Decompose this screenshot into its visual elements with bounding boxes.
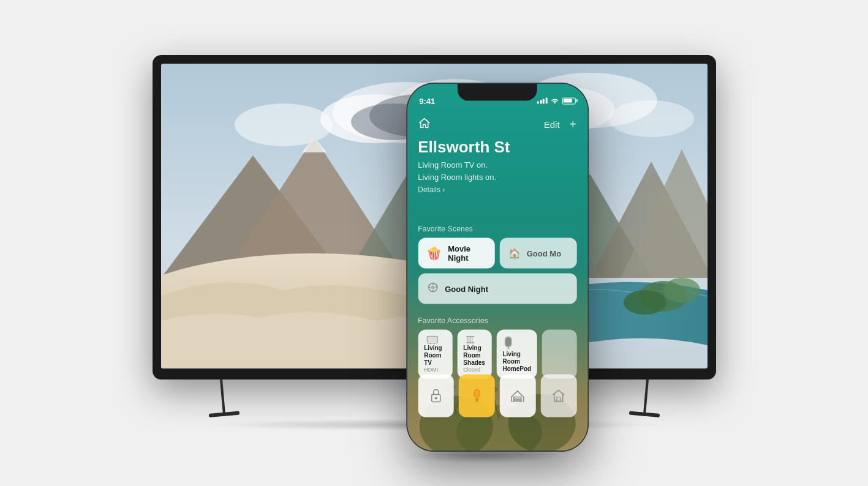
status-time: 9:41 — [419, 96, 435, 105]
svg-rect-56 — [475, 401, 478, 402]
movie-night-scene[interactable]: 🍿 Movie Night — [418, 238, 495, 269]
good-night-scene[interactable]: Good Night — [418, 274, 576, 304]
shades-status: Closed — [463, 367, 485, 373]
living-room-tv-tile[interactable]: Living Room TV HDMI — [418, 330, 452, 379]
tv-leg-left — [220, 379, 225, 416]
status-icons — [537, 96, 576, 105]
phone-container: 9:41 — [407, 84, 587, 463]
tv-status: HDMI — [424, 367, 446, 373]
phone-frame: 9:41 — [407, 84, 587, 451]
accessories-grid: Living Room TV HDMI — [418, 330, 576, 379]
shades-tile[interactable]: Living Room Shades Closed — [457, 330, 491, 379]
empty-tile — [542, 330, 576, 379]
svg-point-7 — [608, 100, 694, 137]
good-night-icon — [426, 281, 439, 296]
svg-rect-43 — [466, 336, 474, 337]
nav-bar[interactable]: Edit + — [407, 111, 587, 138]
svg-rect-50 — [505, 338, 510, 346]
bottom-grid — [418, 375, 576, 417]
home-subtitle-line2: Living Room lights on. — [418, 171, 576, 183]
home-subtitle-line1: Living Room TV on. — [418, 159, 576, 171]
tv-leg-right — [643, 379, 648, 416]
accessories-label: Favorite Accessories — [418, 316, 576, 325]
tv-name: Living Room TV — [424, 345, 446, 367]
svg-point-4 — [235, 103, 333, 146]
good-night-label: Good Night — [445, 284, 488, 293]
svg-point-38 — [431, 285, 434, 289]
shades-name: Living Room Shades — [463, 345, 485, 367]
lightbulb-icon — [470, 389, 483, 403]
homepod-tile[interactable]: Living Room HomePod — [496, 330, 537, 379]
nav-right: Edit + — [544, 117, 577, 131]
wifi-icon — [550, 96, 559, 105]
lock-icon — [430, 389, 442, 403]
homepod-name: Living Room HomePod — [502, 351, 531, 373]
svg-point-25 — [624, 290, 666, 315]
tv-accessory-icon — [424, 336, 440, 345]
home-title: Ellsworth St — [418, 138, 576, 157]
light-tile[interactable] — [459, 375, 495, 417]
scenes-grid: 🍿 Movie Night 🏠 Good Mo — [418, 238, 576, 304]
svg-rect-40 — [428, 337, 436, 342]
extra-tile[interactable] — [541, 375, 577, 417]
movie-night-icon: 🍿 — [426, 246, 442, 261]
edit-button[interactable]: Edit — [544, 119, 560, 129]
shades-icon — [463, 336, 477, 345]
phone-screen: 9:41 — [407, 84, 587, 451]
good-morning-icon: 🏠 — [508, 247, 521, 259]
homepod-icon — [502, 336, 513, 350]
accessories-section: Favorite Accessories Living Room TV HDMI — [407, 316, 587, 379]
scenes-section: Favorite Scenes 🍿 Movie Night 🏠 Good Mo — [407, 225, 587, 304]
add-button[interactable]: + — [570, 117, 577, 131]
svg-point-24 — [663, 278, 700, 302]
good-morning-label: Good Mo — [527, 249, 561, 258]
garage-tile[interactable] — [500, 375, 536, 417]
movie-night-label: Movie Night — [448, 244, 486, 263]
bottom-accessories — [407, 375, 587, 417]
svg-rect-61 — [557, 397, 560, 402]
details-link[interactable]: Details › — [418, 185, 576, 194]
notch — [458, 84, 537, 101]
garage-icon — [510, 390, 525, 402]
home-nav-icon[interactable] — [418, 117, 430, 131]
signal-bars-icon — [537, 98, 548, 104]
battery-icon — [562, 97, 575, 104]
good-morning-scene[interactable]: 🏠 Good Mo — [500, 238, 577, 269]
lock-tile[interactable] — [418, 375, 454, 417]
svg-point-52 — [506, 349, 510, 350]
svg-point-54 — [435, 397, 437, 400]
house-icon — [552, 389, 565, 403]
svg-rect-48 — [466, 342, 474, 343]
svg-rect-55 — [475, 400, 478, 401]
scenes-label: Favorite Scenes — [418, 225, 576, 233]
